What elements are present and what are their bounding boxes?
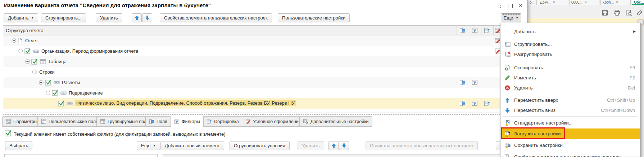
menu-item-label: Изменить <box>514 75 536 80</box>
splitter-handle[interactable] <box>3 114 525 115</box>
menu-item-label: Сгруппировать... <box>514 42 552 47</box>
tree-row-label[interactable]: Организация, Период формирования отчета <box>41 48 138 54</box>
collapse-icon[interactable] <box>18 49 23 53</box>
sort-icon <box>207 119 212 124</box>
save-icon[interactable] <box>602 9 608 16</box>
menu-item-group[interactable]: Сгруппировать... <box>501 39 640 49</box>
tab-close-icon[interactable]: ✕ <box>553 1 555 4</box>
tree-row-calculations[interactable]: Расчеты <box>3 77 525 88</box>
delete-button[interactable]: Удалить <box>96 13 122 22</box>
tab-label: Параметры <box>13 119 37 124</box>
close-icon[interactable]: ✕ <box>518 3 523 8</box>
report-icon <box>17 38 23 44</box>
collapse-icon[interactable] <box>32 70 37 74</box>
menu-item-move-up[interactable]: Переместить вверх Ctrl+Shift+Up <box>501 95 640 105</box>
menu-item-label: Свойства элемента пользовательских настр… <box>514 154 622 157</box>
menu-item-element-props[interactable]: Свойства элемента пользовательских настр… <box>501 152 640 157</box>
app-tab[interactable]: Кроп...✕ <box>600 0 631 5</box>
row-checkbox-checked[interactable] <box>24 48 31 54</box>
menu-item-move-down[interactable]: Переместить вниз Ctrl+Shift+Down <box>501 105 640 115</box>
filter-delete-button[interactable]: Удалить <box>298 141 324 150</box>
tree-row-rows[interactable]: Строки <box>3 67 525 77</box>
link-icon[interactable] <box>636 9 643 16</box>
more-button[interactable]: Еще▼ <box>501 13 521 22</box>
filter-move-down-button[interactable] <box>339 141 349 150</box>
group-conditions-button[interactable]: Сгруппировать условия <box>230 141 290 150</box>
filter-more-button[interactable]: Еще▼ <box>137 141 160 150</box>
row-checkbox-checked[interactable] <box>58 100 64 106</box>
tab-fields[interactable]: Поля <box>145 116 171 127</box>
tab-close-icon[interactable]: ✕ <box>585 1 587 4</box>
app-tab-label: о... <box>530 0 535 4</box>
sort-icon[interactable] <box>484 100 490 106</box>
menu-separator <box>503 61 638 61</box>
tree-row-selected-person[interactable]: Физическое лицо, Вид операции, Подраздел… <box>3 98 525 109</box>
menu-item-label: Разгруппировать <box>514 52 552 57</box>
collapse-icon[interactable] <box>25 59 30 64</box>
move-up-button[interactable] <box>132 13 142 22</box>
add-new-element-button[interactable]: Добавить новый элемент <box>160 141 224 150</box>
filter-icon[interactable] <box>472 79 478 86</box>
choose-button[interactable]: Выбрать <box>5 141 32 150</box>
menu-item-save-settings[interactable]: Сохранить настройки <box>501 140 640 150</box>
tab-sorting[interactable]: Сортировка <box>203 116 242 127</box>
tree-row-label[interactable]: Таблица <box>48 59 67 64</box>
tree-row-label[interactable]: Расчеты <box>62 80 80 85</box>
tree-row-organization[interactable]: Организация, Период формирования отчета <box>3 46 525 56</box>
tree-row-label[interactable]: Отчет <box>25 38 38 43</box>
move-down-button[interactable] <box>142 13 152 22</box>
preview-icon[interactable] <box>626 9 632 16</box>
element-user-settings-props-button[interactable]: Свойства элемента пользовательских настр… <box>160 13 272 22</box>
maximize-icon[interactable] <box>508 4 513 8</box>
tab-user-fields[interactable]: Пользовательские поля <box>37 116 102 127</box>
print-icon[interactable] <box>614 9 621 16</box>
menu-item-label: Переместить вниз <box>514 108 555 113</box>
collapse-icon[interactable] <box>12 38 16 43</box>
user-settings-button[interactable]: Пользовательские настройки <box>278 13 350 22</box>
tab-additional-settings[interactable]: Дополнительные настройки <box>299 116 372 127</box>
row-checkbox-checked[interactable] <box>52 90 58 96</box>
tree-row-label[interactable]: Подразделение <box>69 90 103 96</box>
tab-grouping-fields[interactable]: Группируемые поля <box>96 116 153 127</box>
tree-row-report[interactable]: Отчет <box>3 35 525 46</box>
menu-item-copy[interactable]: Скопировать F9 <box>501 62 640 73</box>
tree-row-department[interactable]: Подразделение <box>3 88 525 98</box>
fields-icon[interactable] <box>459 79 466 86</box>
app-tab[interactable]: 0000...✕ <box>569 0 599 5</box>
menu-item-ungroup[interactable]: Разгруппировать <box>501 49 640 59</box>
filter-icon[interactable] <box>472 100 478 106</box>
collapse-icon[interactable] <box>46 91 50 95</box>
menu-item-delete[interactable]: Удалить Del <box>501 83 640 93</box>
app-tab[interactable]: о...✕ <box>527 0 537 5</box>
add-button[interactable]: Добавить▼ <box>4 13 38 22</box>
filter-element-props-button[interactable]: Свойства элемента пользовательских настр… <box>366 141 478 150</box>
row-checkbox-checked[interactable] <box>31 58 38 65</box>
app-tab-label: 0000... <box>571 0 582 4</box>
row-checkbox-checked[interactable] <box>45 79 51 86</box>
tree-row-label[interactable]: Физическое лицо, Вид операции, Подраздел… <box>75 100 296 106</box>
table-icon <box>40 58 46 65</box>
group-button[interactable]: Сгруппировать... <box>41 13 86 22</box>
menu-item-add[interactable]: Добавить ▶ <box>501 26 640 36</box>
dialog-title: Изменение варианта отчета "Сведения для … <box>4 2 211 8</box>
menu-item-edit[interactable]: Изменить F2 <box>501 73 640 83</box>
tree-row-label[interactable]: Строки <box>39 69 55 75</box>
user-settings-label: Пользовательские настройки <box>282 15 345 21</box>
menu-item-standard-settings[interactable]: Стандартные настройки... <box>501 118 640 128</box>
grouping-icon <box>54 79 60 86</box>
active-tab-underline <box>632 4 644 5</box>
arrow-down-icon <box>504 107 511 113</box>
tab-conditional-formatting[interactable]: Условное оформление <box>242 116 304 127</box>
menu-item-label: Сохранить настройки <box>514 143 563 148</box>
fields-icon[interactable] <box>459 100 466 106</box>
window-menu-icon[interactable]: ⋮ <box>498 3 503 9</box>
gear-icon <box>504 154 511 157</box>
collapse-icon[interactable] <box>39 80 44 85</box>
tab-filters-active[interactable]: Фильтры <box>171 116 204 127</box>
app-tab[interactable]: Доку...✕ <box>538 0 568 5</box>
own-filter-checkbox-checked[interactable] <box>5 130 12 136</box>
tab-parameters[interactable]: Параметры <box>2 116 41 127</box>
tab-close-icon[interactable]: ✕ <box>616 1 618 4</box>
filter-move-up-button[interactable] <box>328 141 339 150</box>
tree-row-table[interactable]: Таблица <box>3 56 525 67</box>
